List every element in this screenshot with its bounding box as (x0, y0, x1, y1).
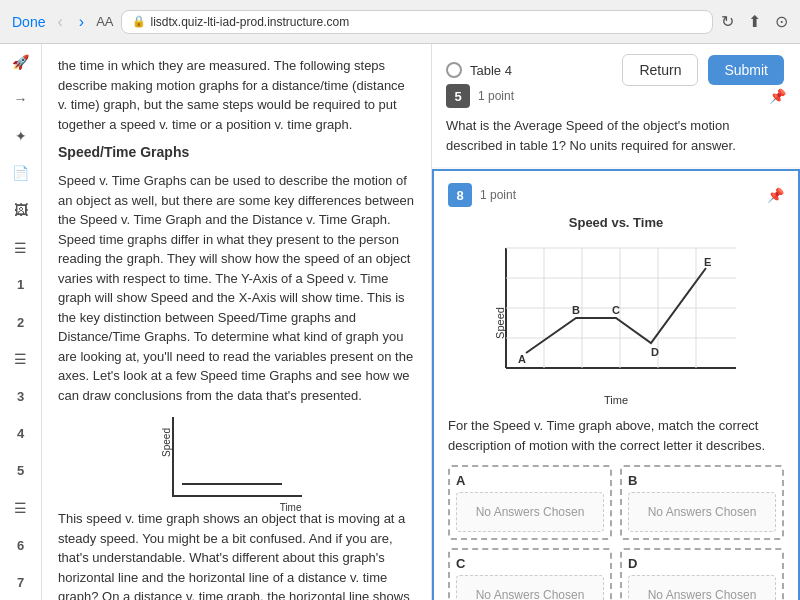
body-text-2: This speed v. time graph shows an object… (58, 509, 415, 600)
document-icon[interactable]: 📄 (7, 164, 35, 183)
match-answer-d[interactable]: No Answers Chosen (628, 575, 776, 600)
match-answer-text-b: No Answers Chosen (648, 505, 757, 519)
question-8-number: 8 (448, 183, 472, 207)
rocket-icon[interactable]: 🚀 (7, 52, 35, 71)
match-label-b: B (628, 473, 776, 488)
table4-label: Table 4 (470, 63, 512, 78)
right-content-pane: Table 4 5 1 point 📌 What is the Average … (432, 44, 800, 600)
url-text: lisdtx.quiz-lti-iad-prod.instructure.com (150, 15, 349, 29)
svt-svg: A B C D E (476, 238, 756, 398)
menu2-icon[interactable]: ☰ (7, 350, 35, 369)
menu-icon[interactable]: ☰ (7, 238, 35, 257)
arrow-right-icon[interactable]: → (7, 89, 35, 108)
section-title: Speed/Time Graphs (58, 142, 415, 163)
mini-graph-xlabel: Time (280, 502, 302, 513)
question-8-text: For the Speed v. Time graph above, match… (448, 416, 784, 455)
question-5-points: 1 point (478, 89, 514, 103)
text-size-button[interactable]: AA (96, 14, 113, 29)
speed-vs-time-graph: Speed (476, 238, 756, 408)
menu3-icon[interactable]: ☰ (7, 498, 35, 517)
mini-graph-line (182, 483, 282, 485)
match-answer-text-a: No Answers Chosen (476, 505, 585, 519)
browser-actions: ↻ ⬆ ⊙ (721, 12, 788, 31)
svg-text:E: E (704, 256, 711, 268)
mini-graph-ylabel: Speed (160, 428, 171, 457)
match-label-d: D (628, 556, 776, 571)
svg-text:C: C (612, 304, 620, 316)
action-buttons: Return Submit (622, 54, 784, 86)
question-8-block: 8 1 point 📌 Speed vs. Time Speed (432, 169, 800, 600)
svg-text:A: A (518, 353, 526, 365)
submit-button[interactable]: Submit (708, 55, 784, 85)
mini-speed-time-graph: Speed Time (172, 417, 302, 497)
question-5-pin[interactable]: 📌 (769, 88, 786, 104)
num3-icon[interactable]: 3 (7, 387, 35, 406)
image-icon[interactable]: 🖼 (7, 201, 35, 220)
match-cell-b[interactable]: B No Answers Chosen (620, 465, 784, 540)
back-button[interactable]: ‹ (53, 11, 66, 33)
match-label-c: C (456, 556, 604, 571)
reload-button[interactable]: ↻ (721, 12, 734, 31)
match-cell-c[interactable]: C No Answers Chosen (448, 548, 612, 600)
num2-icon[interactable]: 2 (7, 312, 35, 331)
match-grid: A No Answers Chosen B No Answers Chosen … (448, 465, 784, 600)
num5-icon[interactable]: 5 (7, 461, 35, 480)
match-cell-a[interactable]: A No Answers Chosen (448, 465, 612, 540)
match-answer-b[interactable]: No Answers Chosen (628, 492, 776, 532)
match-label-a: A (456, 473, 604, 488)
match-answer-c[interactable]: No Answers Chosen (456, 575, 604, 600)
svt-xlabel: Time (604, 394, 628, 406)
pin-icon[interactable]: ✦ (7, 126, 35, 145)
svg-text:D: D (651, 346, 659, 358)
num6-icon[interactable]: 6 (7, 536, 35, 555)
browser-bar: Done ‹ › AA 🔒 lisdtx.quiz-lti-iad-prod.i… (0, 0, 800, 44)
question-5-number: 5 (446, 84, 470, 108)
svg-text:B: B (572, 304, 580, 316)
num1-icon[interactable]: 1 (7, 275, 35, 294)
question-8-points: 1 point (480, 188, 516, 202)
sidebar: 🚀 → ✦ 📄 🖼 ☰ 1 2 ☰ 3 4 5 ☰ 6 7 (0, 44, 42, 600)
more-button[interactable]: ⊙ (775, 12, 788, 31)
return-button[interactable]: Return (622, 54, 698, 86)
match-cell-d[interactable]: D No Answers Chosen (620, 548, 784, 600)
body-text: Speed v. Time Graphs can be used to desc… (58, 171, 415, 405)
num7-icon[interactable]: 7 (7, 573, 35, 592)
intro-text: the time in which they are measured. The… (58, 56, 415, 134)
match-answer-text-c: No Answers Chosen (476, 588, 585, 600)
match-answer-a[interactable]: No Answers Chosen (456, 492, 604, 532)
forward-button[interactable]: › (75, 11, 88, 33)
table4-radio[interactable] (446, 62, 462, 78)
question-5-text: What is the Average Speed of the object'… (446, 116, 786, 155)
left-content-pane: the time in which they are measured. The… (42, 44, 432, 600)
question-8-header: 8 1 point 📌 (448, 183, 784, 207)
num4-icon[interactable]: 4 (7, 424, 35, 443)
question-8-pin[interactable]: 📌 (767, 187, 784, 203)
match-answer-text-d: No Answers Chosen (648, 588, 757, 600)
lock-icon: 🔒 (132, 15, 146, 28)
share-button[interactable]: ⬆ (748, 12, 761, 31)
main-area: 🚀 → ✦ 📄 🖼 ☰ 1 2 ☰ 3 4 5 ☰ 6 7 the time i… (0, 44, 800, 600)
done-button[interactable]: Done (12, 14, 45, 30)
question-5-header: 5 1 point 📌 (446, 84, 786, 108)
svt-title: Speed vs. Time (448, 215, 784, 230)
url-bar[interactable]: 🔒 lisdtx.quiz-lti-iad-prod.instructure.c… (121, 10, 713, 34)
